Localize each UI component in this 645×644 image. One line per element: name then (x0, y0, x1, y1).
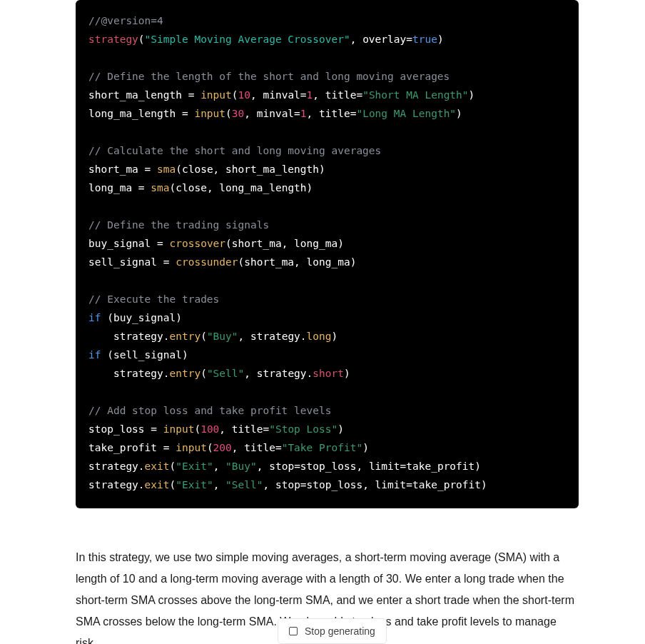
content-container: //@version=4strategy("Simple Moving Aver… (0, 0, 645, 644)
code-line: sell_signal = crossunder(short_ma, long_… (88, 253, 566, 271)
code-line: // Define the length of the short and lo… (88, 67, 566, 86)
code-line (88, 49, 566, 67)
code-line: // Execute the trades (88, 290, 566, 308)
stop-generating-button[interactable]: Stop generating (278, 618, 387, 644)
code-line: long_ma = sma(close, long_ma_length) (88, 178, 566, 197)
code-line: strategy.entry("Buy", strategy.long) (88, 327, 566, 346)
code-line (88, 123, 566, 141)
code-line: short_ma = sma(close, short_ma_length) (88, 160, 566, 178)
code-line: strategy.exit("Exit", "Sell", stop=stop_… (88, 476, 566, 494)
code-line (88, 383, 566, 401)
code-line: strategy.exit("Exit", "Buy", stop=stop_l… (88, 457, 566, 476)
code-line: // Calculate the short and long moving a… (88, 141, 566, 160)
code-line: // Define the trading signals (88, 216, 566, 234)
code-line: strategy.entry("Sell", strategy.short) (88, 364, 566, 383)
stop-icon (289, 627, 298, 635)
code-line: stop_loss = input(100, title="Stop Loss"… (88, 420, 566, 438)
code-line: // Add stop loss and take profit levels (88, 401, 566, 420)
code-content: //@version=4strategy("Simple Moving Aver… (88, 11, 566, 494)
code-line: short_ma_length = input(10, minval=1, ti… (88, 86, 566, 104)
code-line: if (buy_signal) (88, 308, 566, 327)
code-line: long_ma_length = input(30, minval=1, tit… (88, 104, 566, 123)
code-block: //@version=4strategy("Simple Moving Aver… (76, 0, 579, 508)
code-line: //@version=4 (88, 11, 566, 30)
code-line (88, 271, 566, 290)
code-line: if (sell_signal) (88, 346, 566, 364)
code-line: take_profit = input(200, title="Take Pro… (88, 438, 566, 457)
code-line (88, 197, 566, 216)
code-line: strategy("Simple Moving Average Crossove… (88, 30, 566, 49)
code-line: buy_signal = crossover(short_ma, long_ma… (88, 234, 566, 253)
stop-generating-label: Stop generating (305, 625, 375, 637)
